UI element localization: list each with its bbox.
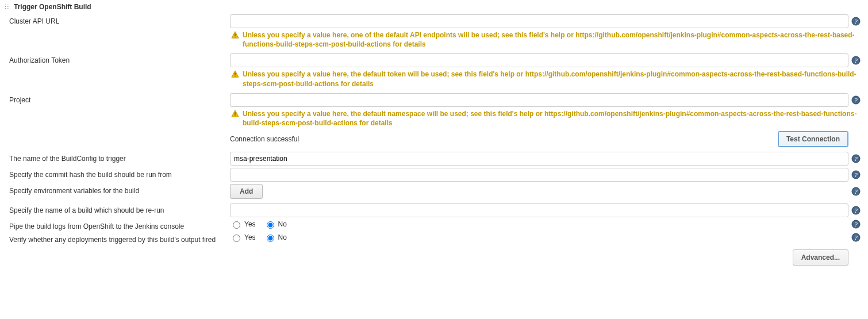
warning-icon (231, 110, 239, 118)
help-icon[interactable]: ? (851, 220, 861, 229)
label-project: Project (5, 93, 230, 104)
cluster-api-url-input[interactable] (230, 14, 848, 28)
advanced-button[interactable]: Advanced... (793, 249, 848, 266)
add-env-var-button[interactable]: Add (230, 184, 263, 199)
svg-text:?: ? (854, 234, 858, 241)
label-env-vars: Specify environment variables for the bu… (5, 184, 230, 195)
help-icon[interactable]: ? (851, 170, 861, 179)
drag-handle-icon[interactable] (5, 4, 10, 10)
warning-project: Unless you specify a value here, the def… (243, 109, 863, 128)
svg-rect-13 (235, 112, 235, 114)
verify-deploy-yes-radio[interactable] (233, 235, 240, 242)
help-icon[interactable]: ? (851, 95, 861, 105)
warning-icon (231, 70, 239, 78)
verify-deploy-no-radio[interactable] (267, 235, 274, 242)
svg-text:?: ? (854, 18, 858, 25)
help-icon[interactable]: ? (851, 206, 861, 215)
connection-status: Connection successful (230, 135, 778, 143)
warning-cluster-api-url: Unless you specify a value here, one of … (243, 30, 863, 49)
warning-icon (231, 31, 239, 39)
svg-text:?: ? (854, 221, 858, 228)
svg-text:?: ? (854, 155, 858, 162)
svg-text:?: ? (854, 207, 858, 214)
label-auth-token: Authorization Token (5, 53, 230, 64)
help-icon[interactable]: ? (851, 17, 861, 26)
label-buildconfig-name: The name of the BuildConfig to trigger (5, 152, 230, 163)
rerun-build-input[interactable] (230, 203, 848, 217)
help-icon[interactable]: ? (851, 154, 861, 163)
svg-text:?: ? (854, 188, 858, 195)
help-icon[interactable]: ? (851, 233, 861, 242)
auth-token-input[interactable] (230, 53, 848, 67)
warning-auth-token: Unless you specify a value here, the def… (243, 70, 863, 88)
svg-rect-8 (235, 73, 235, 75)
help-icon[interactable]: ? (851, 187, 861, 196)
radio-label-no: No (278, 220, 287, 228)
radio-label-yes: Yes (244, 220, 256, 228)
help-icon[interactable]: ? (851, 56, 861, 65)
label-rerun-build: Specify the name of a build which should… (5, 203, 230, 214)
label-verify-deploy: Verify whether any deployments triggered… (5, 233, 230, 244)
svg-rect-4 (235, 37, 235, 37)
test-connection-button[interactable]: Test Connection (778, 131, 848, 147)
label-commit-hash: Specify the commit hash the build should… (5, 168, 230, 179)
svg-rect-3 (235, 33, 235, 36)
project-input[interactable] (230, 93, 848, 107)
svg-text:?: ? (854, 57, 858, 64)
commit-hash-input[interactable] (230, 168, 848, 182)
svg-text:?: ? (854, 97, 858, 103)
svg-rect-14 (235, 115, 235, 116)
buildconfig-name-input[interactable] (230, 152, 848, 166)
radio-label-no: No (278, 233, 287, 241)
svg-rect-9 (235, 76, 235, 76)
pipe-logs-yes-radio[interactable] (233, 221, 240, 229)
pipe-logs-no-radio[interactable] (267, 221, 274, 229)
label-pipe-logs: Pipe the build logs from OpenShift to th… (5, 220, 230, 230)
label-cluster-api-url: Cluster API URL (5, 14, 230, 25)
svg-text:?: ? (854, 171, 858, 178)
radio-label-yes: Yes (244, 233, 256, 241)
section-title: Trigger OpenShift Build (14, 3, 91, 11)
